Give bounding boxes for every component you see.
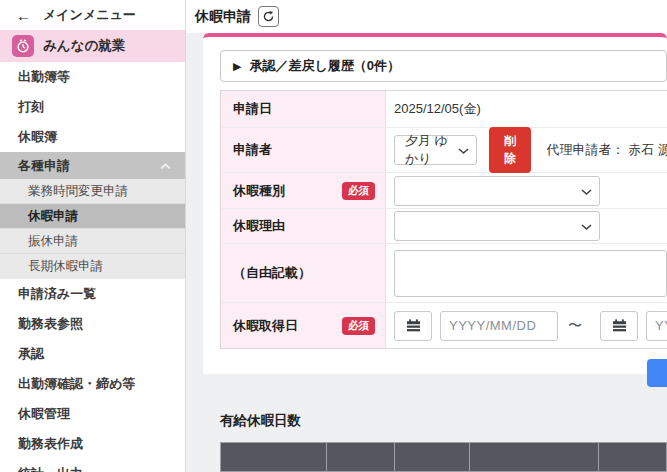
application-date-value: 2025/12/05(金) <box>394 100 481 118</box>
row-application-date: 申請日 2025/12/05(金) <box>221 91 667 128</box>
leave-reason-label-text: 休暇理由 <box>233 217 285 235</box>
chevron-up-icon <box>160 158 171 173</box>
leave-date-end-input[interactable] <box>646 311 667 341</box>
back-to-main-menu[interactable]: ← メインメニュー <box>0 0 185 30</box>
sidebar: ← メインメニュー みんなの就業 出勤簿等 打刻 休暇簿 各種申請 業務時間変更… <box>0 0 186 472</box>
sidebar-item-leave-management[interactable]: 休暇管理 <box>0 399 185 429</box>
leave-reason-label: 休暇理由 <box>221 209 386 243</box>
proxy-applicant-text: 代理申請者： 赤石 源一 <box>547 141 667 159</box>
approval-history-label: 承認／差戻し履歴（0件） <box>249 57 400 75</box>
leave-date-label: 休暇取得日 必須 <box>221 303 386 348</box>
sidebar-item-submitted-list[interactable]: 申請済み一覧 <box>0 279 185 309</box>
calendar-picker-button-end[interactable] <box>600 311 638 341</box>
free-text-label: （自由記載） <box>221 244 386 302</box>
applicant-selected-value: 夕月 ゆかり <box>405 132 452 168</box>
leave-request-form: 申請日 2025/12/05(金) 申請者 夕月 ゆかり <box>220 90 667 349</box>
refresh-button[interactable] <box>258 6 279 27</box>
page-title: 休暇申請 <box>195 8 251 26</box>
app-header-row[interactable]: みんなの就業 <box>0 30 185 62</box>
leave-request-card: ▶ 承認／差戻し履歴（0件） 申請日 2025/12/05(金) 申請者 <box>203 33 667 374</box>
paid-leave-table-header-cell <box>220 442 326 472</box>
sidebar-item-substitute-leave-request[interactable]: 振休申請 <box>0 229 185 254</box>
paid-leave-section: 有給休暇日数 <box>186 374 667 472</box>
required-badge: 必須 <box>342 317 375 335</box>
paid-leave-table-header-cell <box>469 442 598 472</box>
sidebar-item-attendance-book[interactable]: 出勤簿等 <box>0 62 185 92</box>
delete-applicant-button[interactable]: 削除 <box>489 127 530 173</box>
sidebar-group-applications[interactable]: 各種申請 <box>0 152 185 179</box>
leave-date-label-text: 休暇取得日 <box>233 317 298 335</box>
main-area: 休暇申請 ▶ 承認／差戻し履歴（0件） 申請日 2025/ <box>186 0 667 472</box>
sidebar-item-attendance-confirm-close[interactable]: 出勤簿確認・締め等 <box>0 369 185 399</box>
approval-history-toggle[interactable]: ▶ 承認／差戻し履歴（0件） <box>220 50 667 82</box>
page-topbar: 休暇申請 <box>186 0 667 33</box>
sidebar-group-label: 各種申請 <box>18 157 70 175</box>
sidebar-item-leave-book[interactable]: 休暇簿 <box>0 122 185 152</box>
paid-leave-table-header-cell <box>394 442 470 472</box>
leave-date-start-input[interactable] <box>440 311 558 341</box>
row-leave-reason: 休暇理由 <box>221 209 667 244</box>
application-date-label: 申請日 <box>221 91 386 127</box>
chevron-down-icon <box>458 143 469 158</box>
expand-triangle-icon: ▶ <box>233 60 241 73</box>
sidebar-submenu: 業務時間変更申請 休暇申請 振休申請 長期休暇申請 <box>0 179 185 279</box>
app-name: みんなの就業 <box>43 37 125 55</box>
back-label: メインメニュー <box>43 6 136 24</box>
app-window: ← メインメニュー みんなの就業 出勤簿等 打刻 休暇簿 各種申請 業務時間変更… <box>0 0 667 472</box>
sidebar-item-time-stamp[interactable]: 打刻 <box>0 92 185 122</box>
required-badge: 必須 <box>342 182 375 200</box>
sidebar-item-work-schedule-reference[interactable]: 勤務表参照 <box>0 309 185 339</box>
date-range-separator: 〜 <box>568 317 582 335</box>
paid-leave-table-header-cell <box>598 442 667 472</box>
leave-type-label: 休暇種別 必須 <box>221 173 386 208</box>
sidebar-item-approval[interactable]: 承認 <box>0 339 185 369</box>
paid-leave-heading: 有給休暇日数 <box>220 412 667 430</box>
sidebar-item-long-leave-request[interactable]: 長期休暇申請 <box>0 254 185 279</box>
paid-leave-table <box>220 442 667 472</box>
chevron-down-icon <box>581 183 592 198</box>
submit-request-button[interactable]: この内容で申請 <box>647 359 667 387</box>
application-date-label-text: 申請日 <box>233 100 272 118</box>
calendar-icon <box>612 319 627 333</box>
free-text-input[interactable] <box>394 250 667 297</box>
leave-type-label-text: 休暇種別 <box>233 182 285 200</box>
row-free-text: （自由記載） <box>221 244 667 303</box>
chevron-down-icon <box>581 219 592 234</box>
app-logo-icon <box>12 35 34 57</box>
free-text-label-text: （自由記載） <box>233 264 311 282</box>
leave-reason-select[interactable] <box>394 211 600 241</box>
row-leave-date: 休暇取得日 必須 <box>221 303 667 348</box>
applicant-label: 申請者 <box>221 128 386 172</box>
applicant-select[interactable]: 夕月 ゆかり <box>394 135 477 165</box>
calendar-icon <box>406 319 421 333</box>
paid-leave-table-header-cell <box>326 442 394 472</box>
sidebar-item-work-time-change-request[interactable]: 業務時間変更申請 <box>0 179 185 204</box>
leave-type-select[interactable] <box>394 176 600 206</box>
sidebar-item-leave-request[interactable]: 休暇申請 <box>0 204 185 229</box>
row-leave-type: 休暇種別 必須 <box>221 173 667 209</box>
applicant-label-text: 申請者 <box>233 141 272 159</box>
calendar-picker-button-start[interactable] <box>394 311 432 341</box>
back-arrow-icon: ← <box>16 7 31 24</box>
sidebar-item-work-schedule-creation[interactable]: 勤務表作成 <box>0 429 185 459</box>
row-applicant: 申請者 夕月 ゆかり 削除 代理申請者： 赤石 源一 <box>221 128 667 173</box>
refresh-icon <box>262 10 275 23</box>
sidebar-item-statistics-output[interactable]: 統計・出力 <box>0 459 185 472</box>
